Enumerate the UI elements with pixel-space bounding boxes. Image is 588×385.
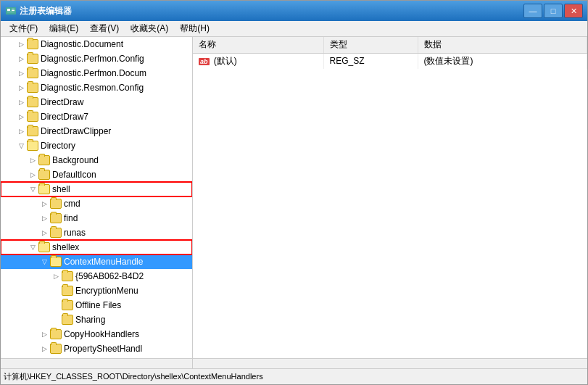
folder-icon-copyhookhandlers [50, 329, 62, 339]
tree-label-596ab062: {596AB062-B4D2 [75, 271, 144, 281]
expand-icon-contextmenuhandlers[interactable]: ▽ [38, 256, 50, 268]
expand-icon-diag-perf-doc[interactable]: ▷ [15, 67, 27, 79]
tree-label-copyhookhandlers: CopyHookHandlers [64, 329, 139, 339]
folder-icon-shell [38, 184, 50, 194]
maximize-button[interactable]: □ [544, 4, 563, 18]
right-scrollbar[interactable] [193, 359, 587, 368]
col-type: 类型 [323, 37, 418, 53]
tree-item-find[interactable]: ▷ find [1, 211, 192, 225]
folder-icon-defaulticon [38, 170, 50, 180]
folder-icon-596ab062 [62, 271, 73, 281]
expand-icon-shellex[interactable]: ▽ [27, 241, 38, 253]
left-scrollbar[interactable] [1, 359, 193, 368]
expand-icon-offlinefiles[interactable] [50, 299, 62, 311]
tree-label-directdraw7: DirectDraw7 [41, 112, 88, 122]
tree-label-shellex: shellex [52, 242, 79, 252]
svg-rect-1 [7, 9, 10, 11]
expand-icon-directdrawclipper[interactable]: ▷ [15, 125, 27, 137]
folder-icon-background [38, 155, 50, 165]
folder-icon-find [50, 213, 62, 223]
folder-icon-directdrawclipper [27, 126, 38, 136]
tree-label-diag-doc: Diagnostic.Document [41, 39, 123, 49]
expand-icon-runas[interactable]: ▷ [38, 227, 50, 239]
expand-icon-diag-perf-cfg[interactable]: ▷ [15, 53, 27, 65]
tree-item-runas[interactable]: ▷ runas [1, 225, 192, 240]
tree-item-diag-doc[interactable]: ▷ Diagnostic.Document [1, 37, 192, 51]
tree-item-directory[interactable]: ▽ Directory [1, 138, 192, 153]
tree-label-diag-perf-doc: Diagnostic.Perfmon.Docum [41, 68, 146, 78]
expand-icon-diag-res-cfg[interactable]: ▷ [15, 82, 27, 94]
tree-item-diag-perf-cfg[interactable]: ▷ Diagnostic.Perfmon.Config [1, 51, 192, 66]
expand-icon-defaulticon[interactable]: ▷ [27, 169, 38, 181]
expand-icon-directdraw[interactable]: ▷ [15, 96, 27, 108]
title-bar: 注册表编辑器 — □ ✕ [1, 1, 587, 21]
svg-rect-2 [12, 9, 15, 9]
tree-item-596ab062[interactable]: ▷ {596AB062-B4D2 [1, 269, 192, 283]
tree-item-copyhookhandlers[interactable]: ▷ CopyHookHandlers [1, 327, 192, 341]
expand-icon-find[interactable]: ▷ [38, 212, 50, 224]
expand-icon-propertysheethandl[interactable]: ▷ [38, 343, 50, 355]
minimize-button[interactable]: — [523, 4, 542, 18]
menu-help[interactable]: 帮助(H) [174, 21, 215, 36]
folder-icon-encryptionmenu [62, 286, 73, 296]
expand-icon-cmd[interactable]: ▷ [38, 198, 50, 210]
tree-item-offlinefiles[interactable]: Offline Files [1, 298, 192, 312]
menu-favorites[interactable]: 收藏夹(A) [125, 21, 174, 36]
folder-icon-directory [27, 141, 38, 151]
expand-icon-directdraw7[interactable]: ▷ [15, 111, 27, 123]
folder-icon-directdraw [27, 97, 38, 107]
expand-icon-encryptionmenu[interactable] [50, 285, 62, 297]
tree-label-contextmenuhandlers: ContextMenuHandle [64, 257, 143, 267]
tree-label-runas: runas [64, 228, 86, 238]
expand-icon-diag-doc[interactable]: ▷ [15, 38, 27, 50]
folder-icon-diag-res-cfg [27, 83, 38, 93]
table-row[interactable]: ab (默认) REG_SZ (数值未设置) [193, 53, 587, 69]
col-name: 名称 [193, 37, 323, 53]
registry-tree[interactable]: ▷ Diagnostic.Document ▷ Diagnostic.Perfm… [1, 37, 193, 358]
menu-file[interactable]: 文件(F) [4, 21, 44, 36]
expand-icon-596ab062[interactable]: ▷ [50, 270, 62, 282]
folder-icon-offlinefiles [62, 300, 73, 310]
tree-item-cmd[interactable]: ▷ cmd [1, 196, 192, 211]
tree-item-directdraw[interactable]: ▷ DirectDraw [1, 95, 192, 109]
tree-label-offlinefiles: Offline Files [75, 300, 121, 310]
tree-item-contextmenuhandlers[interactable]: ▽ ContextMenuHandle [1, 254, 192, 269]
col-data: 数据 [418, 37, 587, 53]
tree-item-shellex[interactable]: ▽ shellex [1, 240, 192, 254]
main-content: ▷ Diagnostic.Document ▷ Diagnostic.Perfm… [1, 37, 587, 358]
svg-rect-4 [7, 12, 15, 12]
tree-label-find: find [64, 213, 78, 223]
expand-icon-directory[interactable]: ▽ [15, 140, 27, 152]
tree-item-diag-perf-doc[interactable]: ▷ Diagnostic.Perfmon.Docum [1, 66, 192, 80]
tree-item-directdrawclipper[interactable]: ▷ DirectDrawClipper [1, 124, 192, 138]
registry-table: 名称 类型 数据 ab (默认) REG_SZ (数值未设置) [193, 37, 587, 69]
folder-icon-propertysheethandl [50, 344, 62, 354]
expand-icon-background[interactable]: ▷ [27, 154, 38, 166]
tree-item-encryptionmenu[interactable]: EncryptionMenu [1, 283, 192, 298]
reg-data-cell: (数值未设置) [418, 53, 587, 69]
tree-item-directdraw7[interactable]: ▷ DirectDraw7 [1, 109, 192, 124]
tree-label-defaulticon: DefaultIcon [52, 170, 96, 180]
expand-icon-sharing[interactable] [50, 314, 62, 326]
reg-type-cell: REG_SZ [323, 53, 418, 69]
menu-bar: 文件(F) 编辑(E) 查看(V) 收藏夹(A) 帮助(H) [1, 21, 587, 37]
expand-icon-shell[interactable]: ▽ [27, 183, 38, 195]
menu-edit[interactable]: 编辑(E) [44, 21, 84, 36]
tree-label-diag-perf-cfg: Diagnostic.Perfmon.Config [41, 54, 144, 64]
folder-icon-sharing [62, 315, 73, 325]
tree-item-defaulticon[interactable]: ▷ DefaultIcon [1, 167, 192, 182]
close-button[interactable]: ✕ [564, 4, 583, 18]
folder-icon-diag-perf-cfg [27, 54, 38, 64]
tree-item-background[interactable]: ▷ Background [1, 153, 192, 167]
tree-item-propertysheethandl[interactable]: ▷ PropertySheetHandl [1, 341, 192, 356]
folder-icon-directdraw7 [27, 112, 38, 122]
folder-icon-diag-perf-doc [27, 68, 38, 78]
horizontal-scrollbars [1, 358, 587, 368]
tree-item-shell[interactable]: ▽ shell [1, 182, 192, 196]
tree-label-directdraw: DirectDraw [41, 97, 83, 107]
tree-item-diag-res-cfg[interactable]: ▷ Diagnostic.Resmon.Config [1, 80, 192, 95]
menu-view[interactable]: 查看(V) [84, 21, 125, 36]
tree-label-directory: Directory [41, 141, 75, 151]
tree-item-sharing[interactable]: Sharing [1, 312, 192, 327]
expand-icon-copyhookhandlers[interactable]: ▷ [38, 328, 50, 340]
